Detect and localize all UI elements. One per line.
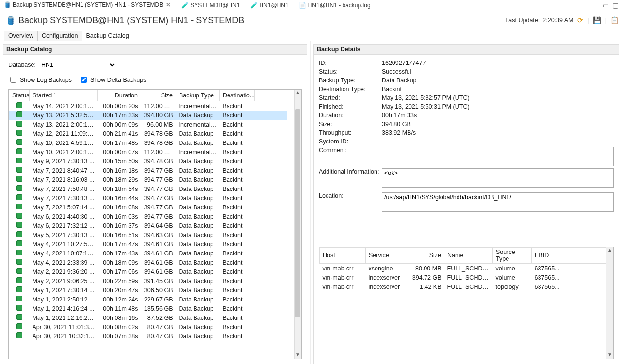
cell: May 10, 2021 2:00:14...: [30, 147, 98, 157]
cell: 96.00 MB: [141, 120, 176, 129]
cell: Data Backup: [176, 111, 220, 120]
column-header[interactable]: Started ˅: [30, 90, 98, 101]
scroll-up-icon[interactable]: ▲: [606, 247, 613, 254]
column-header[interactable]: Source Type: [493, 248, 532, 264]
scroll-down-icon[interactable]: ▼: [295, 352, 301, 359]
table-row[interactable]: May 7, 2021 5:07:14 ...00h 16m 08s394.77…: [9, 203, 287, 212]
editor-tab[interactable]: 📄HN1@HN1 - backup.log: [297, 1, 373, 10]
cell: 00h 12m 24s: [98, 295, 141, 304]
close-icon[interactable]: ✕: [166, 1, 171, 8]
table-row[interactable]: May 1, 2021 7:30:14 ...00h 20m 47s306.50…: [9, 285, 287, 295]
catalog-table[interactable]: StatusStarted ˅DurationSizeBackup TypeDe…: [9, 90, 287, 341]
cell: 87.52 GB: [141, 313, 176, 322]
cell: Backint: [220, 166, 255, 175]
table-row[interactable]: May 7, 2021 8:40:47 ...00h 16m 18s394.77…: [9, 166, 287, 175]
table-row[interactable]: May 4, 2021 10:07:13...00h 17m 43s394.61…: [9, 249, 287, 258]
column-header[interactable]: Size: [409, 248, 444, 264]
maximize-icon[interactable]: ▢: [611, 1, 619, 9]
table-row[interactable]: May 12, 2021 11:09:5...00h 21m 41s394.78…: [9, 129, 287, 138]
status-cell: [9, 129, 30, 138]
table-row[interactable]: May 1, 2021 4:16:24 ...00h 11m 48s135.56…: [9, 304, 287, 313]
additional-info-textarea[interactable]: [382, 168, 614, 188]
cell: 394.78 GB: [141, 138, 176, 147]
column-header[interactable]: Name: [444, 248, 493, 264]
tab-label: HN1@HN1 - backup.log: [308, 2, 371, 9]
table-row[interactable]: May 2, 2021 9:06:25 ...00h 22m 59s391.45…: [9, 276, 287, 285]
tab-icon: 🛢️: [4, 1, 11, 8]
cell: Data Backup: [176, 285, 220, 295]
column-header[interactable]: Destinatio...: [220, 90, 255, 101]
minimize-icon[interactable]: ▭: [602, 1, 609, 9]
cell: 00h 11m 48s: [98, 304, 141, 313]
column-header[interactable]: Host ˄: [320, 248, 366, 264]
editor-tab[interactable]: 🧪HN1@HN1: [248, 1, 290, 10]
table-row[interactable]: May 13, 2021 2:00:13...00h 00m 09s96.00 …: [9, 120, 287, 129]
last-update-label: Last Update:: [505, 17, 540, 24]
catalog-scrollbar[interactable]: ▲ ▼: [294, 90, 301, 359]
table-row[interactable]: Apr 30, 2021 10:32:1...00h 07m 38s80.47 …: [9, 332, 287, 341]
status-ok-icon: [16, 185, 22, 191]
save-icon[interactable]: 💾: [593, 16, 601, 24]
refresh-icon[interactable]: ⟳: [576, 16, 584, 24]
table-row[interactable]: May 14, 2021 2:00:13...00h 00m 20s112.00…: [9, 101, 287, 111]
cell: May 6, 2021 7:32:12 ...: [30, 221, 98, 230]
comment-textarea[interactable]: [382, 147, 614, 166]
table-row[interactable]: vm-mab-crrxsengine80.00 MBFULL_SCHD_d...…: [320, 264, 606, 273]
cell: 00h 16m 18s: [98, 166, 141, 175]
cell: 394.77 GB: [141, 184, 176, 193]
column-header[interactable]: Backup Type: [176, 90, 220, 101]
editor-tab[interactable]: 🧪SYSTEMDB@HN1: [180, 1, 242, 10]
cell: xsengine: [366, 264, 409, 273]
table-row[interactable]: May 6, 2021 4:40:30 ...00h 16m 03s394.77…: [9, 212, 287, 221]
column-header[interactable]: Service: [366, 248, 409, 264]
scroll-thumb[interactable]: [295, 109, 300, 317]
column-header[interactable]: Size: [141, 90, 176, 101]
table-row[interactable]: vm-mab-crrindexserver394.72 GBFULL_SCHD_…: [320, 273, 606, 282]
location-label: Location:: [319, 192, 382, 199]
table-row[interactable]: May 5, 2021 7:30:13 ...00h 16m 51s394.63…: [9, 230, 287, 239]
table-row[interactable]: May 7, 2021 7:30:13 ...00h 16m 44s394.77…: [9, 193, 287, 203]
table-row[interactable]: May 4, 2021 2:33:39 ...00h 18m 09s394.61…: [9, 258, 287, 267]
table-row[interactable]: May 1, 2021 2:50:12 ...00h 12m 24s229.67…: [9, 295, 287, 304]
scroll-up-icon[interactable]: ▲: [295, 90, 301, 96]
volumes-table-wrap: Host ˄ServiceSizeNameSource TypeEBID vm-…: [319, 247, 614, 359]
table-row[interactable]: May 7, 2021 7:50:48 ...00h 18m 54s394.77…: [9, 184, 287, 193]
location-textarea[interactable]: [382, 192, 614, 212]
table-row[interactable]: May 13, 2021 5:32:57...00h 17m 33s394.80…: [9, 111, 287, 120]
scroll-down-icon[interactable]: ▼: [606, 352, 613, 359]
column-header[interactable]: Duration: [98, 90, 141, 101]
table-row[interactable]: May 2, 2021 9:36:20 ...00h 17m 06s394.61…: [9, 267, 287, 276]
more-icon[interactable]: 📋: [610, 16, 618, 24]
cell: 112.00 MB: [141, 147, 176, 157]
table-row[interactable]: May 9, 2021 7:30:13 ...00h 15m 50s394.78…: [9, 157, 287, 166]
table-row[interactable]: May 7, 2021 8:16:03 ...00h 18m 29s394.77…: [9, 175, 287, 184]
table-row[interactable]: Apr 30, 2021 11:01:3...00h 08m 02s80.47 …: [9, 322, 287, 332]
table-row[interactable]: May 6, 2021 7:32:12 ...00h 16m 37s394.64…: [9, 221, 287, 230]
sub-tab[interactable]: Overview: [4, 31, 38, 41]
show-log-backups-checkbox[interactable]: Show Log Backups: [8, 75, 72, 84]
table-row[interactable]: May 4, 2021 10:27:57...00h 17m 47s394.61…: [9, 239, 287, 249]
cell: 637565...: [532, 264, 606, 273]
table-row[interactable]: May 10, 2021 2:00:14...00h 00m 07s112.00…: [9, 147, 287, 157]
comment-label: Comment:: [319, 147, 382, 154]
sub-tab[interactable]: Configuration: [37, 31, 82, 41]
table-row[interactable]: vm-mab-crrindexserver1.42 KBFULL_SCHD_d.…: [320, 282, 606, 291]
cell: Backint: [220, 276, 255, 285]
database-select[interactable]: HN1: [39, 60, 116, 70]
volumes-table[interactable]: Host ˄ServiceSizeNameSource TypeEBID vm-…: [319, 247, 606, 364]
additional-info-label: Additional Information:: [319, 168, 382, 175]
volumes-scrollbar[interactable]: ▲ ▼: [606, 247, 613, 359]
cell: Incremental ...: [176, 101, 220, 111]
cell: Data Backup: [176, 332, 220, 341]
table-row: [320, 310, 606, 319]
table-row[interactable]: May 1, 2021 12:16:21...00h 08m 16s87.52 …: [9, 313, 287, 322]
show-delta-backups-checkbox[interactable]: Show Delta Backups: [79, 75, 146, 84]
cell: 00h 07m 38s: [98, 332, 141, 341]
sub-tab[interactable]: Backup Catalog: [82, 31, 133, 41]
column-header[interactable]: EBID: [532, 248, 606, 264]
editor-tab[interactable]: 🛢️Backup SYSTEMDB@HN1 (SYSTEM) HN1 - SYS…: [2, 0, 173, 10]
column-header[interactable]: Status: [9, 90, 30, 101]
status-ok-icon: [16, 286, 22, 292]
status-cell: [9, 138, 30, 147]
table-row[interactable]: May 10, 2021 4:59:10...00h 17m 48s394.78…: [9, 138, 287, 147]
